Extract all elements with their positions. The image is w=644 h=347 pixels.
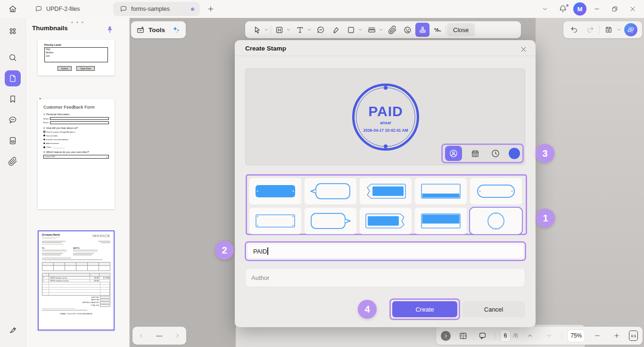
- tab-forms-samples[interactable]: forms-samples: [113, 2, 200, 16]
- chevron-down-icon[interactable]: [307, 27, 312, 32]
- zoom-in-button[interactable]: [610, 329, 624, 343]
- titlebar-right: M: [537, 0, 640, 18]
- nav-menu-button[interactable]: ⋯: [156, 332, 163, 339]
- chevron-down-icon[interactable]: [379, 27, 383, 32]
- dialog-close-button[interactable]: [518, 43, 529, 55]
- sidebar-item-bookmarks[interactable]: [5, 91, 21, 107]
- stamp-icon: [418, 25, 427, 34]
- stamp-shape-overline-rect[interactable]: [415, 208, 467, 234]
- mini-dropdown: Convert PDF▾: [43, 155, 109, 159]
- mini-clear-button: Clear Form: [76, 66, 95, 71]
- notifications-button[interactable]: [555, 2, 570, 16]
- thumbnail-page-6-selected[interactable]: [Company Name] INVOICE TO: SHIP TO: 2UPD…: [38, 230, 115, 330]
- thumbnail-page-4[interactable]: Priority Level: High Medium Low Submit C…: [38, 40, 115, 76]
- stamp-shape-bubble-left[interactable]: [305, 178, 356, 204]
- chevron-down-icon[interactable]: [617, 27, 621, 32]
- sidebar-item-grid-view[interactable]: [5, 23, 21, 39]
- comment-icon: [316, 25, 325, 34]
- updf-ai-button[interactable]: [624, 23, 637, 36]
- total-pages-label: /6: [513, 332, 518, 339]
- comment-tool-button[interactable]: [314, 23, 328, 37]
- restore-button[interactable]: [607, 2, 622, 16]
- prev-page-chevron[interactable]: [138, 332, 145, 339]
- heading-tool-button[interactable]: [272, 23, 286, 37]
- highlighter-tool-button[interactable]: [329, 23, 343, 37]
- attachment-tool-button[interactable]: [385, 23, 399, 37]
- measure-tool-button[interactable]: [364, 23, 379, 37]
- minus-icon: [594, 332, 601, 339]
- page-down-button[interactable]: [542, 329, 556, 343]
- chevron-down-icon[interactable]: [286, 27, 291, 32]
- zoom-level-input[interactable]: 75%: [567, 330, 585, 342]
- avatar[interactable]: M: [573, 2, 586, 16]
- tools-button[interactable]: Tools: [149, 26, 165, 34]
- home-icon: [8, 4, 17, 14]
- stamp-shape-bubble-right[interactable]: [305, 208, 356, 234]
- sticker-tool-button[interactable]: [400, 23, 414, 37]
- step-badge-4: 4: [358, 300, 377, 319]
- page-up-button[interactable]: [523, 329, 537, 343]
- signature-icon: [433, 25, 443, 35]
- stamp-shape-circle-selected[interactable]: [470, 208, 522, 234]
- sidebar-item-color-theme[interactable]: [5, 322, 21, 338]
- calendar-icon: [471, 149, 480, 158]
- sidebar-item-comments[interactable]: [5, 112, 21, 128]
- stamp-tool-button-active[interactable]: [415, 23, 429, 37]
- two-page-view-button[interactable]: [456, 329, 470, 343]
- create-button[interactable]: Create: [392, 301, 457, 317]
- annotation-comment-button[interactable]: [475, 329, 489, 343]
- signature-tool-button[interactable]: [430, 23, 445, 37]
- zoom-out-button[interactable]: [590, 329, 604, 343]
- pin-panel-button[interactable]: [104, 24, 116, 36]
- ai-sparkles-icon[interactable]: [172, 25, 181, 34]
- tab-updf-2-files[interactable]: UPDF-2-files: [28, 2, 107, 16]
- toggle-date-button[interactable]: [468, 146, 482, 161]
- minimize-button[interactable]: [589, 2, 604, 16]
- collapse-statusbar-button[interactable]: [441, 331, 451, 341]
- pin-icon: [106, 25, 114, 34]
- stamp-text-input[interactable]: PAID: [245, 241, 526, 261]
- stamp-shape-capsule[interactable]: [470, 178, 522, 204]
- panel-drag-handle[interactable]: • • •: [71, 19, 84, 25]
- mini-section: 2. How did you hear about us?: [43, 127, 109, 129]
- select-tool-button[interactable]: [250, 23, 264, 37]
- stamp-preview-author: ansar: [380, 120, 391, 125]
- stamp-shape-banner-left[interactable]: [360, 178, 412, 204]
- sidebar-item-thumbnails[interactable]: [5, 70, 21, 86]
- search-icon: [8, 53, 17, 62]
- paperclip-icon: [8, 157, 17, 166]
- cancel-button[interactable]: Cancel: [462, 301, 525, 317]
- sidebar-item-search[interactable]: [5, 50, 21, 66]
- stamp-shape-underline-rect[interactable]: [415, 178, 467, 204]
- redo-button[interactable]: [583, 23, 597, 37]
- thumbnail-page-5[interactable]: Customer Feedback Form 1. Personal Infor…: [38, 99, 115, 209]
- close-window-button[interactable]: [625, 2, 640, 16]
- stamp-shape-outline-rect[interactable]: [249, 208, 301, 234]
- text-tool-button[interactable]: [293, 23, 307, 37]
- undo-button[interactable]: [567, 23, 581, 37]
- author-input[interactable]: [246, 269, 525, 287]
- sidebar-item-attachments[interactable]: [5, 153, 21, 169]
- sidebar-item-forms[interactable]: [5, 133, 21, 149]
- chevron-down-icon[interactable]: [264, 27, 269, 32]
- current-page-input[interactable]: 6: [500, 330, 511, 342]
- step-badge-2: 2: [215, 241, 234, 260]
- new-tab-button[interactable]: [205, 3, 217, 15]
- redo-icon: [586, 25, 594, 34]
- next-page-chevron[interactable]: [174, 332, 181, 339]
- toggle-author-button-active[interactable]: [445, 146, 462, 161]
- tabs-dropdown-button[interactable]: [537, 2, 553, 16]
- status-bar: 6 /6 75% 1:1: [436, 327, 643, 345]
- mini-form-title: Customer Feedback Form: [43, 105, 109, 110]
- stamp-color-swatch[interactable]: [509, 148, 520, 159]
- stamp-shape-banner-right[interactable]: [360, 208, 412, 234]
- save-button[interactable]: [602, 23, 616, 37]
- stamp-shape-filled-rect[interactable]: [249, 178, 301, 204]
- toggle-time-button[interactable]: [488, 146, 503, 161]
- home-button[interactable]: [6, 2, 20, 16]
- shape-tool-button[interactable]: [344, 23, 358, 37]
- chevron-down-icon[interactable]: [358, 27, 363, 32]
- close-toolbar-button[interactable]: Close: [447, 23, 475, 36]
- step-badge-3: 3: [536, 144, 554, 163]
- actual-size-button[interactable]: 1:1: [629, 330, 638, 341]
